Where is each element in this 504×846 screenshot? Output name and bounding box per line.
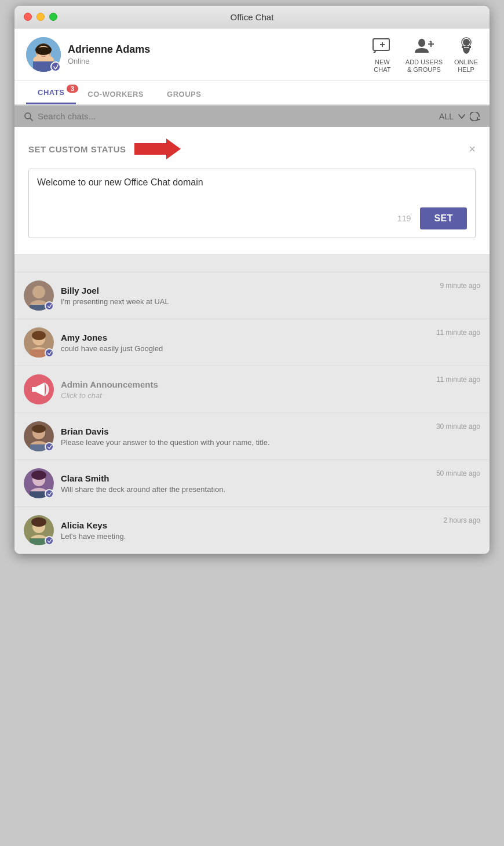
svg-point-37	[32, 331, 46, 340]
svg-point-49	[31, 471, 46, 480]
status-text-display[interactable]: Welcome to our new Office Chat domain	[37, 177, 467, 200]
clara-smith-preview: Will share the deck around after the pre…	[61, 485, 429, 494]
online-help-button[interactable]: ONLINEHELP	[454, 35, 478, 74]
user-details: Adrienne Adams Online	[68, 43, 150, 65]
tab-coworkers[interactable]: CO-WORKERS	[76, 83, 155, 104]
maximize-window-button[interactable]	[49, 13, 57, 21]
modal-header: SET CUSTOM STATUS ×	[28, 138, 476, 159]
search-filter[interactable]: ALL	[439, 112, 480, 121]
brian-davis-time: 30 minute ago	[436, 422, 480, 431]
billy-joel-preview: I'm presenting next week at UAL	[61, 297, 433, 306]
brian-davis-name: Brian Davis	[61, 426, 429, 436]
char-count: 119	[397, 214, 411, 223]
amy-jones-name: Amy Jones	[61, 333, 429, 342]
tab-groups[interactable]: GROUPS	[155, 83, 213, 104]
filter-chevron-icon	[458, 114, 465, 119]
amy-jones-content: Amy Jones could have easily just Googled	[61, 333, 429, 353]
search-icon	[24, 112, 33, 121]
amy-jones-time: 11 minute ago	[436, 329, 480, 337]
svg-text:+: +	[429, 39, 432, 44]
alicia-keys-name: Alicia Keys	[61, 520, 437, 530]
chat-list: Billy Joel I'm presenting next week at U…	[14, 255, 490, 554]
user-avatar-wrap	[26, 37, 61, 72]
new-chat-button[interactable]: NEWCHAT	[371, 35, 394, 74]
minimize-window-button[interactable]	[36, 13, 45, 21]
custom-status-modal: SET CUSTOM STATUS × Welcome to our new O…	[14, 127, 490, 255]
admin-announcements-avatar-wrap	[24, 374, 54, 404]
billy-joel-avatar-wrap	[24, 280, 54, 311]
window-controls	[24, 13, 57, 21]
chat-item-billy-joel[interactable]: Billy Joel I'm presenting next week at U…	[14, 272, 490, 319]
modal-title-wrap: SET CUSTOM STATUS	[28, 138, 181, 159]
status-input-wrap: Welcome to our new Office Chat domain 11…	[28, 169, 476, 238]
alicia-keys-time: 2 hours ago	[444, 516, 480, 524]
status-footer: 119 SET	[37, 207, 467, 229]
amy-jones-preview: could have easily just Googled	[61, 344, 429, 353]
clara-smith-content: Clara Smith Will share the deck around a…	[61, 473, 429, 494]
admin-announcements-preview: Click to chat	[61, 391, 429, 400]
chat-item-amy-jones[interactable]: Amy Jones could have easily just Googled…	[14, 319, 490, 366]
add-users-icon: +	[412, 35, 436, 56]
chat-item-brian-davis[interactable]: Brian Davis Please leave your answer to …	[14, 413, 490, 460]
admin-announcements-content: Admin Announcements Click to chat	[61, 380, 429, 400]
search-left	[24, 111, 439, 121]
brian-davis-content: Brian Davis Please leave your answer to …	[61, 426, 429, 447]
svg-point-29	[32, 286, 45, 298]
billy-joel-content: Billy Joel I'm presenting next week at U…	[61, 286, 433, 306]
brian-davis-preview: Please leave your answer to the question…	[61, 438, 429, 447]
clara-smith-avatar-wrap	[24, 468, 54, 498]
partial-chat-item	[14, 255, 490, 272]
clara-smith-status-indicator	[45, 489, 54, 498]
brian-davis-status-indicator	[45, 442, 54, 451]
online-help-icon	[455, 35, 478, 56]
admin-announcements-avatar	[24, 374, 54, 404]
search-input[interactable]	[38, 111, 154, 121]
svg-point-55	[31, 517, 46, 527]
header-actions: NEWCHAT + ADD USERS& GROUPS	[371, 35, 478, 74]
new-chat-icon	[371, 35, 394, 56]
svg-marker-27	[134, 138, 181, 159]
alicia-keys-avatar-wrap	[24, 515, 54, 545]
refresh-icon[interactable]	[470, 112, 480, 121]
alicia-keys-status-indicator	[45, 536, 54, 545]
new-chat-label: NEWCHAT	[374, 59, 390, 74]
app-title: Office Chat	[231, 12, 274, 22]
svg-point-43	[32, 425, 46, 433]
svg-point-20	[463, 39, 470, 46]
title-bar: Office Chat	[14, 6, 490, 28]
billy-joel-status-indicator	[45, 301, 54, 311]
svg-point-16	[418, 39, 425, 47]
close-window-button[interactable]	[24, 13, 32, 21]
online-help-label: ONLINEHELP	[454, 59, 478, 74]
user-info: Adrienne Adams Online	[26, 37, 150, 72]
red-arrow-icon	[134, 138, 181, 159]
alicia-keys-preview: Let's have meeting.	[61, 532, 437, 541]
add-users-label: ADD USERS& GROUPS	[406, 59, 443, 74]
search-bar: ALL	[14, 105, 490, 127]
svg-point-11	[36, 47, 51, 55]
alicia-keys-content: Alicia Keys Let's have meeting.	[61, 520, 437, 541]
chat-item-clara-smith[interactable]: Clara Smith Will share the deck around a…	[14, 460, 490, 507]
amy-jones-avatar-wrap	[24, 327, 54, 358]
clara-smith-time: 50 minute ago	[436, 469, 480, 477]
app-window: Office Chat	[14, 6, 490, 554]
add-users-button[interactable]: + ADD USERS& GROUPS	[406, 35, 443, 74]
billy-joel-time: 9 minute ago	[440, 282, 480, 290]
amy-jones-status-indicator	[45, 348, 54, 358]
chat-item-admin-announcements[interactable]: Admin Announcements Click to chat 11 min…	[14, 366, 490, 413]
user-online-status-indicator	[50, 61, 61, 72]
modal-title: SET CUSTOM STATUS	[28, 144, 126, 154]
brian-davis-avatar-wrap	[24, 421, 54, 451]
chat-item-alicia-keys[interactable]: Alicia Keys Let's have meeting. 2 hours …	[14, 507, 490, 554]
svg-line-26	[30, 118, 32, 121]
admin-announcements-time: 11 minute ago	[436, 375, 480, 384]
admin-announcements-name: Admin Announcements	[61, 380, 429, 389]
tabs-bar: CHATS 3 CO-WORKERS GROUPS	[14, 81, 490, 105]
app-header: Adrienne Adams Online NEWCHAT	[14, 28, 490, 81]
billy-joel-name: Billy Joel	[61, 286, 433, 296]
clara-smith-name: Clara Smith	[61, 473, 429, 483]
megaphone-icon	[28, 379, 49, 400]
set-status-button[interactable]: SET	[420, 207, 467, 229]
close-modal-button[interactable]: ×	[469, 143, 476, 155]
tab-chats[interactable]: CHATS 3	[26, 81, 76, 104]
